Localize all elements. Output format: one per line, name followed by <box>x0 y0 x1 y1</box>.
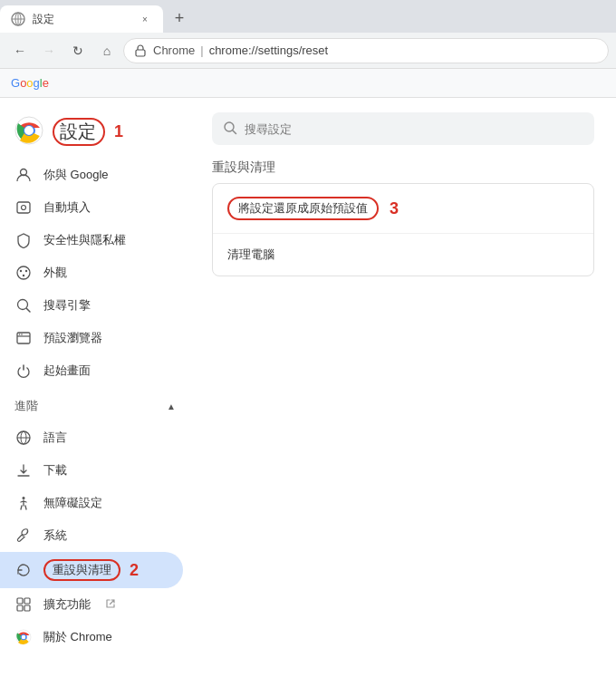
sidebar-item-google-account[interactable]: 你與 Google <box>0 159 183 191</box>
sidebar-item-autofill[interactable]: 自動填入 <box>0 191 183 224</box>
address-bar[interactable]: Chrome | chrome://settings/reset <box>123 38 609 63</box>
cleanup-label: 清理電腦 <box>227 247 274 263</box>
sidebar-label-downloads: 下載 <box>43 462 67 479</box>
expand-icon: ▲ <box>167 401 176 411</box>
sidebar-label-about: 關於 Chrome <box>43 629 112 645</box>
sidebar-label-search: 搜尋引擎 <box>43 297 91 314</box>
cleanup-item[interactable]: 清理電腦 <box>213 234 593 276</box>
reset-settings-item[interactable]: 將設定還原成原始預設值 3 <box>213 184 593 234</box>
sidebar-label-extensions: 擴充功能 <box>43 596 91 613</box>
sidebar: 設定 1 你與 Google <box>0 98 190 677</box>
sidebar-label-default-browser: 預設瀏覽器 <box>43 330 102 346</box>
svg-point-11 <box>17 266 30 279</box>
sidebar-item-search[interactable]: 搜尋引擎 <box>0 289 183 322</box>
main-panel: 重設與清理 將設定還原成原始預設值 3 清理電腦 <box>190 98 616 677</box>
svg-point-12 <box>20 270 22 272</box>
shield-icon <box>14 231 33 249</box>
sidebar-item-downloads[interactable]: 下載 <box>0 454 183 487</box>
search-bar[interactable] <box>212 112 594 145</box>
sidebar-item-privacy[interactable]: 安全性與隱私權 <box>0 224 183 256</box>
person-icon <box>14 166 33 184</box>
google-bar: Google <box>0 69 616 98</box>
sidebar-label-system: 系統 <box>43 527 67 544</box>
search-input[interactable] <box>245 122 583 136</box>
svg-rect-29 <box>24 605 30 611</box>
tab-bar: 設定 × + <box>0 0 616 33</box>
sidebar-item-system[interactable]: 系統 <box>0 519 183 552</box>
sidebar-label-appearance: 外觀 <box>43 265 67 281</box>
address-url: chrome://settings/reset <box>209 44 599 57</box>
search-icon <box>14 296 33 314</box>
navigation-bar: ← → ↻ ⌂ Chrome | chrome://settings/reset <box>0 33 616 69</box>
search-bar-icon <box>223 121 237 138</box>
sidebar-header: 設定 1 <box>0 109 190 159</box>
lock-icon <box>133 44 148 58</box>
annotation-2: 2 <box>130 561 139 580</box>
tab-title: 設定 <box>33 12 130 27</box>
svg-point-20 <box>21 334 23 335</box>
sidebar-item-extensions[interactable]: 擴充功能 <box>0 588 183 621</box>
address-separator: | <box>200 44 203 57</box>
chrome-settings-icon <box>14 116 43 148</box>
svg-point-15 <box>18 300 28 310</box>
sidebar-label-privacy: 安全性與隱私權 <box>43 232 126 248</box>
reset-label-oval: 重設與清理 <box>43 559 120 581</box>
back-button[interactable]: ← <box>7 38 33 63</box>
svg-point-32 <box>22 635 25 639</box>
wrench-icon <box>14 527 33 545</box>
sidebar-item-languages[interactable]: 語言 <box>0 421 183 454</box>
sidebar-item-about[interactable]: 關於 Chrome <box>0 621 183 653</box>
sidebar-item-default-browser[interactable]: 預設瀏覽器 <box>0 322 183 354</box>
svg-rect-26 <box>17 598 23 604</box>
sidebar-label-startup: 起始畫面 <box>43 363 91 379</box>
chrome-about-icon <box>14 628 33 646</box>
advanced-label: 進階 <box>14 398 38 414</box>
globe-icon <box>14 429 33 447</box>
svg-rect-28 <box>17 605 23 611</box>
reset-icon <box>14 561 33 579</box>
external-link-icon <box>105 598 116 612</box>
settings-card: 將設定還原成原始預設值 3 清理電腦 <box>212 183 594 276</box>
palette-icon <box>14 264 33 282</box>
refresh-button[interactable]: ↻ <box>65 38 91 63</box>
browser-frame: 設定 × + ← → ↻ ⌂ Chrome | chrome://setting… <box>0 0 616 677</box>
tab-favicon <box>11 12 25 26</box>
sidebar-label-languages: 語言 <box>43 430 67 446</box>
tab-close-button[interactable]: × <box>138 12 152 26</box>
svg-point-10 <box>22 206 26 210</box>
svg-point-25 <box>23 497 25 499</box>
power-icon <box>14 362 33 380</box>
svg-rect-27 <box>24 598 30 604</box>
browser-icon <box>14 329 33 347</box>
google-logo: Google <box>11 76 49 90</box>
svg-point-13 <box>25 270 27 272</box>
svg-rect-9 <box>17 202 30 213</box>
annotation-3: 3 <box>390 199 399 218</box>
active-tab[interactable]: 設定 × <box>0 5 163 33</box>
advanced-section-header[interactable]: 進階 ▲ <box>0 391 190 421</box>
section-title: 重設與清理 <box>212 160 594 176</box>
forward-button[interactable]: → <box>36 38 62 63</box>
sidebar-item-startup[interactable]: 起始畫面 <box>0 354 183 387</box>
download-icon <box>14 461 33 479</box>
sidebar-item-reset[interactable]: 重設與清理 2 <box>0 552 183 588</box>
sidebar-item-appearance[interactable]: 外觀 <box>0 256 183 289</box>
sidebar-label-autofill: 自動填入 <box>43 199 91 216</box>
svg-point-19 <box>19 334 21 335</box>
sidebar-label-google-account: 你與 Google <box>43 167 109 183</box>
new-tab-button[interactable]: + <box>167 5 192 31</box>
reset-settings-label: 將設定還原成原始預設值 <box>238 201 368 215</box>
accessibility-icon <box>14 494 33 512</box>
home-button[interactable]: ⌂ <box>94 38 120 63</box>
svg-line-34 <box>233 131 236 134</box>
sidebar-item-accessibility[interactable]: 無障礙設定 <box>0 487 183 519</box>
autofill-icon <box>14 198 33 217</box>
annotation-1: 1 <box>114 122 123 141</box>
sidebar-label-accessibility: 無障礙設定 <box>43 495 102 511</box>
puzzle-icon <box>14 595 33 614</box>
sidebar-label-reset: 重設與清理 <box>53 563 111 576</box>
address-chrome-label: Chrome <box>153 44 195 57</box>
svg-line-16 <box>27 309 31 313</box>
sidebar-settings-title: 設定 <box>60 120 96 144</box>
svg-rect-4 <box>136 50 145 56</box>
